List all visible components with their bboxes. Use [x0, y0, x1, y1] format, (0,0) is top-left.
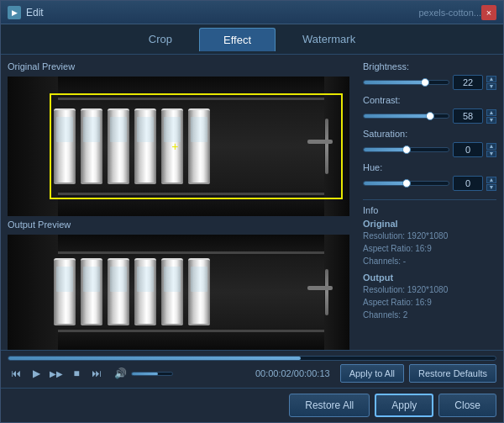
- play-button[interactable]: ▶: [28, 366, 45, 381]
- right-panel: Brightness: ▲ ▼ Contrast:: [356, 55, 503, 350]
- app-icon: ▶: [8, 6, 21, 19]
- saturation-label: Saturation:: [363, 129, 496, 139]
- contrast-thumb[interactable]: [426, 112, 434, 120]
- hue-thumb[interactable]: [402, 179, 411, 188]
- brightness-slider[interactable]: [363, 80, 449, 85]
- contrast-fill: [364, 114, 430, 118]
- bottom-bar: ⏮ ▶ ▶▶ ■ ⏭ 🔊 00:00:02/00:00:13 Apply to …: [1, 350, 503, 388]
- output-preview: [8, 235, 349, 350]
- skip-end-button[interactable]: ⏭: [88, 366, 105, 381]
- hue-slider[interactable]: [363, 181, 449, 186]
- skip-start-button[interactable]: ⏮: [8, 366, 24, 381]
- brightness-thumb[interactable]: [421, 78, 429, 87]
- saturation-spin: ▲ ▼: [486, 143, 496, 157]
- current-time: 00:00:02: [255, 368, 291, 378]
- tab-watermark[interactable]: Watermark: [279, 28, 379, 50]
- hue-input[interactable]: [453, 176, 483, 191]
- saturation-input[interactable]: [453, 142, 483, 157]
- original-preview-image: +: [8, 77, 349, 216]
- output-channels: Channels: 2: [363, 309, 496, 321]
- close-dialog-button[interactable]: Close: [438, 394, 496, 417]
- progress-area: [8, 356, 496, 361]
- brightness-row: ▲ ▼: [363, 75, 496, 90]
- hue-spin: ▲ ▼: [486, 177, 496, 191]
- contrast-group: Contrast: ▲ ▼: [363, 95, 496, 124]
- total-time: 00:00:13: [294, 368, 330, 378]
- title-bar: ▶ Edit pexels-cotton... ×: [1, 1, 503, 24]
- saturation-group: Saturation: ▲ ▼: [363, 129, 496, 157]
- close-window-button[interactable]: ×: [481, 5, 496, 20]
- brightness-input[interactable]: [453, 75, 483, 90]
- contrast-slider[interactable]: [363, 114, 449, 119]
- contrast-row: ▲ ▼: [363, 108, 496, 124]
- restore-all-button[interactable]: Restore All: [289, 394, 370, 417]
- original-section-title: Original: [363, 219, 496, 229]
- contrast-spin: ▲ ▼: [486, 109, 496, 124]
- saturation-down-btn[interactable]: ▼: [486, 151, 496, 157]
- original-preview-label: Original Preview: [8, 61, 349, 71]
- controls-row: ⏮ ▶ ▶▶ ■ ⏭ 🔊 00:00:02/00:00:13 Apply to …: [8, 364, 496, 383]
- saturation-slider[interactable]: [363, 147, 449, 152]
- filename-label: pexels-cotton...: [418, 8, 481, 18]
- apply-to-all-button[interactable]: Apply to All: [340, 364, 404, 383]
- original-preview: +: [8, 77, 349, 216]
- contrast-up-btn[interactable]: ▲: [486, 109, 496, 116]
- brightness-group: Brightness: ▲ ▼: [363, 61, 496, 90]
- output-preview-image: [8, 235, 349, 350]
- restore-defaults-button[interactable]: Restore Defaults: [409, 364, 496, 383]
- brightness-label: Brightness:: [363, 61, 496, 71]
- original-resolution: Resolution: 1920*1080: [363, 230, 496, 242]
- info-title: Info: [363, 205, 496, 215]
- output-aspect: Aspect Ratio: 16:9: [363, 296, 496, 309]
- brightness-fill: [364, 81, 425, 84]
- original-aspect: Aspect Ratio: 16:9: [363, 242, 496, 255]
- edit-window: ▶ Edit pexels-cotton... × Crop Effect Wa…: [0, 0, 504, 423]
- time-display: 00:00:02/00:00:13: [255, 368, 330, 378]
- tab-effect[interactable]: Effect: [199, 28, 276, 51]
- crosshair: +: [171, 140, 178, 153]
- play-fast-button[interactable]: ▶▶: [48, 366, 65, 381]
- volume-icon[interactable]: 🔊: [112, 366, 129, 381]
- contrast-input[interactable]: [453, 108, 483, 124]
- tab-crop[interactable]: Crop: [125, 28, 196, 50]
- saturation-fill: [364, 148, 407, 151]
- info-panel: Info Original Resolution: 1920*1080 Aspe…: [363, 199, 496, 321]
- contrast-label: Contrast:: [363, 95, 496, 105]
- hue-row: ▲ ▼: [363, 176, 496, 191]
- saturation-row: ▲ ▼: [363, 142, 496, 157]
- progress-bar[interactable]: [8, 356, 496, 361]
- content-area: Original Preview: [1, 55, 503, 350]
- output-section-title: Output: [363, 272, 496, 283]
- saturation-thumb[interactable]: [402, 145, 411, 154]
- saturation-up-btn[interactable]: ▲: [486, 143, 496, 150]
- stop-button[interactable]: ■: [68, 366, 85, 381]
- output-resolution: Resolution: 1920*1080: [363, 283, 496, 296]
- apply-button[interactable]: Apply: [375, 394, 433, 417]
- hue-down-btn[interactable]: ▼: [486, 184, 496, 191]
- brightness-down-btn[interactable]: ▼: [486, 83, 496, 90]
- hue-label: Hue:: [363, 162, 496, 172]
- volume-area: 🔊: [112, 366, 173, 381]
- left-panel: Original Preview: [1, 55, 356, 350]
- contrast-down-btn[interactable]: ▼: [486, 117, 496, 124]
- window-title: Edit: [26, 7, 418, 19]
- brightness-up-btn[interactable]: ▲: [486, 76, 496, 82]
- volume-fill: [132, 373, 158, 375]
- original-channels: Channels: -: [363, 255, 496, 267]
- volume-slider[interactable]: [131, 372, 173, 376]
- tab-bar: Crop Effect Watermark: [1, 24, 503, 55]
- hue-fill: [364, 182, 407, 185]
- brightness-spin: ▲ ▼: [486, 76, 496, 90]
- effect-action-buttons: Apply to All Restore Defaults: [340, 364, 496, 383]
- hue-up-btn[interactable]: ▲: [486, 177, 496, 183]
- bottom-buttons: Restore All Apply Close: [1, 388, 503, 422]
- output-preview-label: Output Preview: [8, 219, 349, 230]
- hue-group: Hue: ▲ ▼: [363, 162, 496, 191]
- progress-fill: [8, 357, 301, 360]
